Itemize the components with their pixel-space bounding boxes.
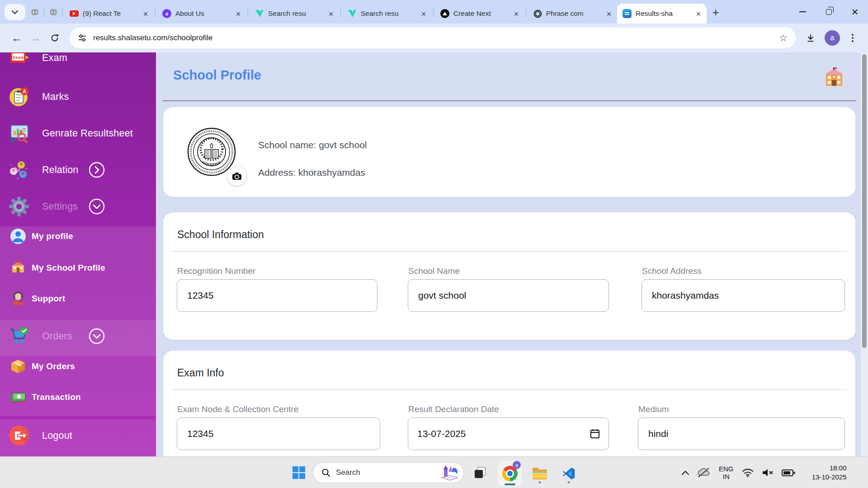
vscode-icon [561, 466, 576, 481]
sidebar-item-logout[interactable]: Logout [0, 418, 156, 454]
tab-react[interactable]: (9) React Te × [64, 4, 154, 23]
box-icon [10, 358, 26, 375]
close-icon[interactable]: × [512, 9, 521, 18]
result-declaration-date-input[interactable]: 13-07-2025 [408, 418, 609, 450]
windows-logo-icon [292, 466, 306, 479]
sidebar-item-support[interactable]: Support [0, 283, 156, 314]
site-settings-icon [78, 34, 87, 42]
close-icon[interactable]: × [604, 9, 613, 18]
tab-separator [62, 7, 63, 17]
tab-about-us[interactable]: a About Us × [157, 4, 246, 23]
close-icon[interactable]: × [326, 9, 335, 18]
close-icon[interactable]: × [694, 9, 703, 18]
download-button[interactable] [801, 28, 820, 47]
task-view-button[interactable] [471, 464, 489, 481]
sidebar: EXAM Exam A Marks Genrate Resultsheet Re… [0, 52, 156, 456]
back-button[interactable]: ← [7, 28, 26, 47]
medium-input[interactable] [638, 418, 845, 450]
page-scrollbar[interactable] [861, 52, 868, 456]
sidebar-item-label: Exam [42, 52, 67, 64]
bookmark-star-icon[interactable]: ☆ [779, 33, 788, 43]
pinned-tab[interactable] [27, 4, 42, 20]
sidebar-item-my-school-profile[interactable]: My School Profile [0, 253, 156, 283]
sidebar-item-orders[interactable]: Orders [0, 318, 156, 354]
search-brand-icon [255, 9, 264, 18]
hidden-icons-chevron-icon[interactable] [682, 470, 689, 475]
field-label: Medium [638, 404, 669, 414]
clock[interactable]: 18:00 13-10-2025 [803, 464, 847, 482]
sidebar-item-my-orders[interactable]: My Orders [0, 351, 156, 382]
minimize-icon [799, 11, 806, 12]
calendar-icon[interactable] [590, 429, 599, 439]
school-small-icon [10, 260, 26, 276]
about-us-icon: a [162, 9, 171, 18]
sidebar-item-settings[interactable]: Settings [0, 188, 156, 225]
chrome-menu-button[interactable] [844, 34, 861, 42]
tab-results-shalasetu-active[interactable]: Results-sha × [617, 4, 707, 23]
minimize-button[interactable] [789, 0, 816, 23]
tab-title: Results-sha [636, 9, 690, 18]
wifi-icon[interactable] [742, 468, 754, 477]
file-explorer-button[interactable] [530, 463, 550, 484]
school-address-input[interactable] [642, 279, 845, 312]
tab-phrase[interactable]: Phrase com × [528, 4, 617, 23]
vscode-button[interactable] [559, 463, 579, 484]
browser-toolbar: ← → results.shalasetu.com/schoolprofile … [0, 23, 868, 52]
chrome-profile-badge: a [513, 461, 521, 469]
restore-icon [826, 9, 832, 15]
close-icon[interactable]: × [419, 9, 428, 18]
sidebar-item-exam[interactable]: EXAM Exam [0, 52, 156, 76]
chevron-down-circle-icon[interactable] [89, 328, 105, 344]
field-label: Exam Node & Collection Centre [177, 404, 298, 414]
sidebar-item-label: My School Profile [32, 263, 105, 273]
school-information-card: School Information Recognition Number Sc… [163, 212, 855, 340]
tab-search-results-2[interactable]: Search resu × [342, 4, 432, 23]
field-label: Recognition Number [177, 266, 255, 276]
language-indicator[interactable]: ENG IN [719, 465, 734, 481]
search-highlight-sticker[interactable] [440, 464, 461, 481]
close-icon[interactable]: × [234, 9, 243, 18]
search-icon [321, 468, 330, 477]
change-photo-button[interactable] [227, 167, 246, 186]
svg-text:EXAM: EXAM [13, 56, 23, 60]
pinned-tab[interactable] [46, 4, 61, 20]
sidebar-item-genrate-resultsheet[interactable]: Genrate Resultsheet [0, 115, 156, 151]
shalasetu-icon [623, 9, 632, 18]
new-tab-button[interactable]: + [707, 3, 725, 21]
tab-title: Search resu [361, 9, 415, 18]
close-window-button[interactable]: × [842, 0, 868, 23]
profile-avatar[interactable]: a [825, 30, 840, 46]
chevron-down-circle-icon[interactable] [89, 198, 105, 215]
logout-icon [8, 425, 30, 446]
reload-button[interactable] [45, 28, 64, 47]
chevron-right-circle-icon[interactable] [89, 162, 105, 178]
forward-button[interactable]: → [26, 28, 45, 47]
school-overview-card: School name: govt school Address: khoras… [163, 107, 855, 197]
tab-search-button[interactable] [5, 4, 25, 20]
close-icon[interactable]: × [141, 9, 150, 18]
scrollbar-thumb[interactable] [862, 54, 867, 348]
windows-taskbar: Search a ENG IN 18:00 [0, 456, 868, 488]
taskbar-chrome-button[interactable]: a [498, 461, 522, 486]
maximize-button[interactable] [816, 0, 842, 23]
tab-create-next[interactable]: Create Next × [435, 4, 524, 23]
sidebar-item-marks[interactable]: A Marks [0, 79, 156, 115]
field-label: School Address [642, 266, 702, 276]
section-title: Exam Info [177, 367, 224, 379]
taskbar-search-box[interactable]: Search [313, 462, 464, 483]
start-button[interactable] [289, 463, 308, 482]
school-name-input[interactable] [408, 279, 609, 312]
support-icon [10, 291, 26, 307]
address-bar[interactable]: results.shalasetu.com/schoolprofile ☆ [70, 28, 796, 48]
exam-node-input[interactable] [177, 418, 380, 450]
battery-icon[interactable] [782, 468, 795, 477]
sidebar-item-transaction[interactable]: Transaction [0, 382, 156, 413]
sidebar-item-my-profile[interactable]: My profile [0, 221, 156, 252]
sidebar-item-relation[interactable]: Relation [0, 152, 156, 188]
onedrive-paused-icon[interactable] [697, 467, 711, 478]
tab-search-results-1[interactable]: Search resu × [250, 4, 339, 23]
volume-muted-icon[interactable] [762, 468, 774, 477]
running-app-indicator [539, 481, 541, 483]
recognition-number-input[interactable] [177, 279, 377, 312]
url-text[interactable]: results.shalasetu.com/schoolprofile [93, 33, 773, 42]
